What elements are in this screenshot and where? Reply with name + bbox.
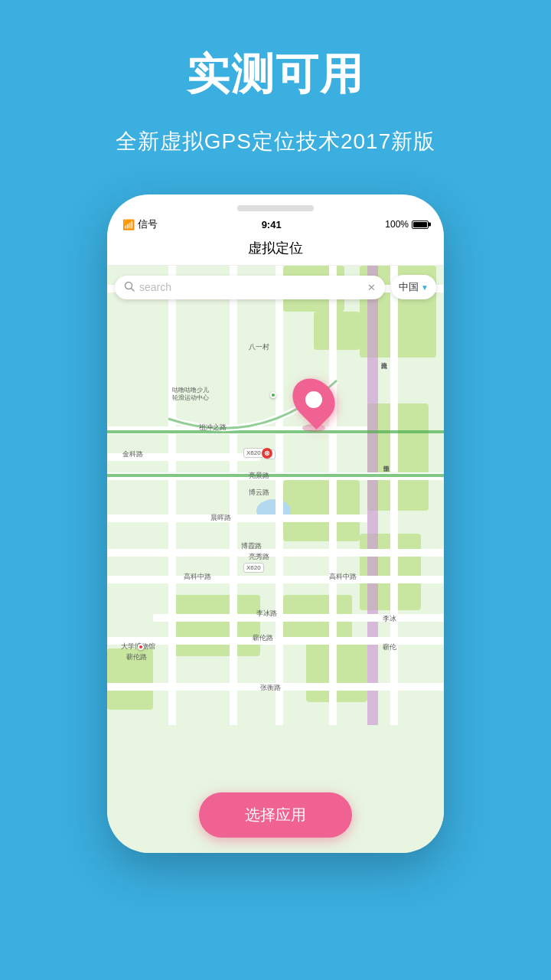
road-label-19: 蕲伦 — [383, 642, 396, 652]
search-placeholder: search — [139, 281, 367, 293]
phone-speaker — [237, 205, 314, 211]
road-label-14: 蕲伦路 — [126, 652, 147, 662]
time-text: 9:41 — [262, 219, 282, 230]
region-button[interactable]: 中国 ▼ — [391, 275, 436, 299]
main-title: 实测可用 — [0, 46, 551, 104]
road-label-7: 晨晖路 — [210, 513, 231, 523]
road-label-13: 蕲伦路 — [253, 633, 273, 643]
battery-fill — [413, 222, 427, 227]
road-label-11: 高科中路 — [329, 572, 357, 582]
search-icon — [124, 281, 135, 294]
tag-x620-1: X620 — [243, 448, 264, 458]
poi-label-1: 咕噜咕噜少儿轮滑运动中心 — [172, 387, 209, 401]
header-section: 实测可用 全新虚拟GPS定位技术2017新版 — [0, 0, 551, 156]
poi-dot-2 — [138, 644, 144, 650]
battery-icon — [412, 220, 429, 229]
road-marker: ⊗ — [262, 448, 272, 459]
search-clear-icon[interactable]: ✕ — [367, 282, 376, 293]
select-app-button[interactable]: 选择应用 — [199, 792, 352, 838]
road-label-3: 祖冲之路 — [199, 423, 227, 433]
road-label-12: 李冰路 — [256, 609, 277, 619]
region-label: 中国 — [399, 280, 419, 294]
road-label-15: 张衡路 — [260, 683, 281, 693]
road-label-4: 金科路 — [122, 449, 143, 459]
road-label-8: 博霞路 — [241, 541, 262, 551]
road-label-18: 李冰 — [383, 614, 396, 624]
pin-inner — [305, 391, 322, 408]
road-label-5: 亮景路 — [249, 471, 269, 481]
tag-x620-2: X620 — [243, 563, 264, 573]
svg-line-1 — [132, 288, 135, 291]
road-h-8 — [153, 614, 444, 622]
map-pin — [295, 377, 333, 432]
status-left: 📶 信号 — [122, 217, 158, 231]
green-area-7 — [168, 595, 260, 656]
map-container[interactable]: 郭守敬路 八一村 咕噜咕噜少儿轮滑运动中心 祖冲之路 金科路 亮景路 博云路 晨… — [107, 266, 444, 853]
app-title: 虚拟定位 — [107, 234, 444, 266]
road-label-10: 高科中路 — [184, 572, 211, 582]
status-right: 100% — [385, 219, 429, 230]
search-bar[interactable]: search ✕ 中国 ▼ — [115, 275, 436, 299]
subtitle: 全新虚拟GPS定位技术2017新版 — [0, 127, 551, 156]
map-background: 郭守敬路 八一村 咕噜咕噜少儿轮滑运动中心 祖冲之路 金科路 亮景路 博云路 晨… — [107, 266, 444, 853]
select-btn-wrap: 选择应用 — [199, 792, 352, 838]
phone-mockup: 📶 信号 9:41 100% 虚拟定位 — [107, 194, 444, 853]
battery-percent: 100% — [385, 219, 409, 230]
green-area-3 — [314, 312, 360, 350]
poi-dot-1 — [270, 392, 276, 398]
status-bar: 📶 信号 9:41 100% — [107, 211, 444, 234]
diagonal-road-svg — [107, 381, 444, 534]
green-area-9 — [306, 641, 367, 702]
road-label-6: 博云路 — [249, 488, 269, 498]
road-label-2: 八一村 — [249, 342, 269, 352]
search-input-wrap[interactable]: search ✕ — [115, 276, 385, 299]
signal-text: 信号 — [138, 217, 158, 231]
region-arrow-icon: ▼ — [421, 283, 429, 292]
wifi-icon: 📶 — [122, 219, 135, 230]
road-label-9: 亮秀路 — [249, 552, 269, 562]
